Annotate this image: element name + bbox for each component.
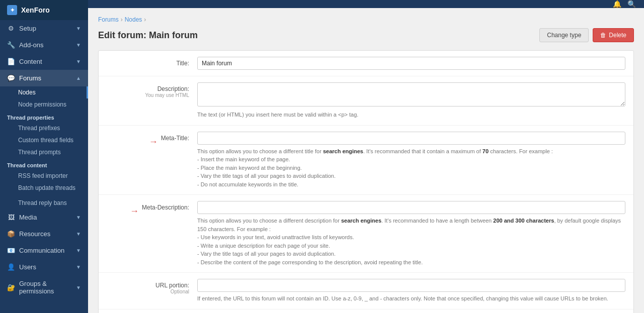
- sidebar-label-setup: Setup: [19, 25, 36, 32]
- delete-button[interactable]: 🗑 Delete: [593, 28, 634, 42]
- breadcrumb: Forums › Nodes ›: [98, 16, 634, 23]
- title-input[interactable]: [197, 57, 625, 70]
- sidebar-item-forums[interactable]: 💬 Forums ▲: [0, 70, 88, 86]
- sidebar-subitem-nodes[interactable]: Nodes: [0, 86, 88, 98]
- sidebar-item-users[interactable]: 👤 Users ▼: [0, 259, 88, 275]
- app-logo: ✦ XenForo: [0, 0, 88, 20]
- sidebar-item-content[interactable]: 📄 Content ▼: [0, 53, 88, 70]
- chevron-content: ▼: [76, 59, 81, 64]
- meta-title-row: → Meta-Title: This option allows you to …: [99, 126, 633, 195]
- chevron-setup: ▼: [76, 26, 81, 31]
- meta-description-help: This option allows you to choose a diffe…: [197, 217, 625, 266]
- sidebar-subitem-custom-thread-fields[interactable]: Custom thread fields: [0, 134, 88, 146]
- sidebar-subitem-node-permissions[interactable]: Node permissions: [0, 98, 88, 111]
- chevron-media: ▼: [76, 215, 81, 220]
- content-icon: 📄: [7, 58, 15, 65]
- title-field: [197, 57, 625, 70]
- sidebar-label-users: Users: [19, 263, 36, 271]
- topbar: 🔔 🔍: [88, 0, 644, 8]
- description-help: The text (or HTML) you insert here must …: [197, 111, 625, 119]
- thread-properties-label: Thread properties: [0, 111, 88, 122]
- sidebar-subitem-thread-prefixes[interactable]: Thread prefixes: [0, 122, 88, 134]
- chevron-addons: ▼: [76, 42, 81, 48]
- page-header: Edit forum: Main forum Change type 🗑 Del…: [98, 28, 634, 42]
- setup-icon: ⚙: [7, 25, 15, 32]
- description-label: Description: You may use HTML: [107, 82, 197, 98]
- chevron-groups: ▼: [76, 285, 81, 290]
- resources-icon: 📦: [7, 230, 15, 238]
- title-label: Title:: [107, 57, 197, 67]
- meta-description-input[interactable]: [197, 201, 625, 214]
- forums-icon: 💬: [7, 74, 15, 82]
- users-icon: 👤: [7, 263, 15, 271]
- change-type-label: Change type: [547, 32, 581, 39]
- url-portion-field: If entered, the URL to this forum will n…: [197, 279, 625, 303]
- meta-title-input[interactable]: [197, 132, 625, 145]
- sidebar-subitem-rss-feed[interactable]: RSS feed importer: [0, 170, 88, 182]
- description-row: Description: You may use HTML The text (…: [99, 76, 633, 126]
- meta-description-arrow: →: [130, 206, 139, 217]
- title-row: Title:: [99, 51, 633, 76]
- meta-description-row: → Meta-Description: This option allows y…: [99, 195, 633, 273]
- sidebar-item-setup[interactable]: ⚙ Setup ▼: [0, 20, 88, 37]
- breadcrumb-nodes[interactable]: Nodes: [125, 16, 142, 23]
- description-field: The text (or HTML) you insert here must …: [197, 82, 625, 119]
- sidebar-item-groups[interactable]: 🔐 Groups & permissions ▼: [0, 275, 88, 299]
- sidebar-label-content: Content: [19, 58, 42, 65]
- sidebar-label-forums: Forums: [19, 74, 41, 82]
- meta-description-label-col: → Meta-Description:: [107, 201, 197, 217]
- sidebar-subitem-thread-prompts[interactable]: Thread prompts: [0, 146, 88, 158]
- header-actions: Change type 🗑 Delete: [539, 28, 634, 42]
- sidebar: ✦ XenForo ⚙ Setup ▼ 🔧 Add-ons ▼ 📄 Conten…: [0, 0, 88, 313]
- meta-title-help: This option allows you to choose a diffe…: [197, 147, 625, 189]
- sidebar-label-resources: Resources: [19, 230, 50, 238]
- sidebar-item-addons[interactable]: 🔧 Add-ons ▼: [0, 37, 88, 53]
- trash-icon: 🗑: [600, 32, 606, 39]
- sidebar-label-addons: Add-ons: [19, 41, 43, 49]
- search-icon[interactable]: 🔍: [627, 0, 636, 8]
- meta-title-field: This option allows you to choose a diffe…: [197, 132, 625, 189]
- url-portion-help: If entered, the URL to this forum will n…: [197, 294, 625, 303]
- sidebar-item-communication[interactable]: 📧 Communication ▼: [0, 242, 88, 259]
- url-portion-label-col: URL portion: Optional: [107, 279, 197, 294]
- breadcrumb-sep-1: ›: [121, 16, 123, 23]
- media-icon: 🖼: [7, 214, 15, 221]
- url-portion-row: URL portion: Optional If entered, the UR…: [99, 273, 633, 309]
- sidebar-label-communication: Communication: [19, 247, 64, 254]
- breadcrumb-sep-2: ›: [144, 16, 146, 23]
- meta-description-field: This option allows you to choose a diffe…: [197, 201, 625, 266]
- sidebar-item-media[interactable]: 🖼 Media ▼: [0, 209, 88, 226]
- sidebar-subitem-batch-update[interactable]: Batch update threads: [0, 182, 88, 194]
- sidebar-label-media: Media: [19, 214, 37, 221]
- groups-icon: 🔐: [7, 284, 15, 291]
- change-type-button[interactable]: Change type: [539, 28, 589, 42]
- chevron-users: ▼: [76, 264, 81, 270]
- addons-icon: 🔧: [7, 41, 15, 49]
- edit-form: Title: Description: You may use HTML The…: [98, 50, 634, 313]
- app-name: XenForo: [21, 6, 50, 14]
- communication-icon: 📧: [7, 247, 15, 254]
- breadcrumb-forums[interactable]: Forums: [98, 16, 119, 23]
- sidebar-item-resources[interactable]: 📦 Resources ▼: [0, 226, 88, 242]
- meta-title-label-col: → Meta-Title:: [107, 132, 197, 147]
- meta-title-arrow: →: [149, 137, 158, 147]
- sidebar-subitem-thread-reply-bans[interactable]: Thread reply bans: [0, 197, 88, 209]
- sidebar-label-groups: Groups & permissions: [19, 280, 76, 295]
- description-input[interactable]: [197, 82, 625, 107]
- parent-node-row: Parent node: Main category: [99, 309, 633, 314]
- chevron-forums: ▲: [76, 75, 81, 81]
- chevron-communication: ▼: [76, 248, 81, 253]
- thread-content-label: Thread content: [0, 158, 88, 170]
- content-area: Forums › Nodes › Edit forum: Main forum …: [88, 8, 644, 313]
- page-title: Edit forum: Main forum: [98, 30, 198, 41]
- delete-label: Delete: [609, 32, 626, 39]
- notifications-icon[interactable]: 🔔: [613, 0, 621, 8]
- main-content: 🔔 🔍 Forums › Nodes › Edit forum: Main fo…: [88, 0, 644, 313]
- app-icon: ✦: [7, 5, 17, 15]
- chevron-resources: ▼: [76, 231, 81, 237]
- url-portion-input[interactable]: [197, 279, 625, 292]
